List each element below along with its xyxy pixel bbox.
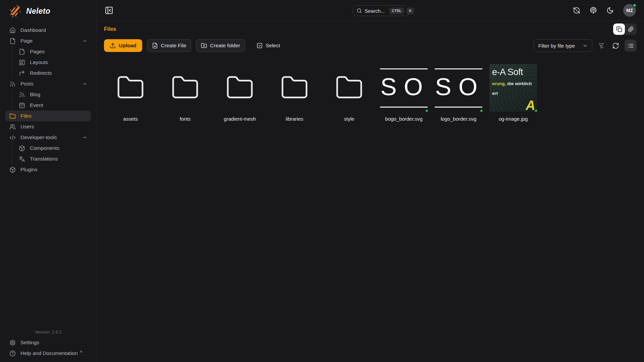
folder-tile-gradient-mesh[interactable]: gradient-mesh	[216, 64, 264, 122]
svg-preview-letters: SOI	[380, 73, 428, 101]
search-box[interactable]: CTRL K	[353, 5, 409, 16]
sidebar-item-users[interactable]: Users	[5, 121, 91, 132]
svg-preview-letters: SOI	[435, 73, 482, 101]
search-input[interactable]	[365, 8, 387, 14]
sidebar-item-layouts[interactable]: Layouts	[12, 57, 91, 68]
page-subgroup: Pages Layouts Redirects	[12, 46, 91, 78]
broadcast-icon[interactable]	[590, 7, 597, 14]
kbd-ctrl: CTRL	[389, 8, 404, 14]
users-icon	[9, 124, 16, 130]
brand[interactable]: Neleto	[0, 0, 96, 22]
folder-icon	[225, 73, 254, 102]
rss-icon	[19, 92, 25, 98]
file-tile-bogo-border-svg[interactable]: SOI bogo_border.svg	[380, 64, 428, 122]
folder-icon	[335, 73, 364, 102]
folder-preview	[107, 64, 154, 112]
chevron-up-icon	[82, 81, 88, 86]
gear-icon	[9, 340, 16, 346]
box-icon	[19, 145, 25, 152]
tile-label: og-image.jpg	[489, 116, 537, 122]
file-tile-og-image-jpg[interactable]: e-A Soft erung, die wirklich ert A og-im…	[489, 64, 537, 122]
og-image-highlight: erung,	[492, 81, 506, 86]
og-image-corner-letter: A	[526, 98, 535, 112]
folder-tile-style[interactable]: style	[325, 64, 373, 122]
folder-plus-icon	[201, 43, 207, 49]
tile-label: assets	[107, 116, 154, 122]
rss-icon	[9, 81, 16, 87]
filter-off-icon[interactable]	[598, 42, 605, 49]
tile-label: fonts	[161, 116, 209, 122]
sidebar: Neleto Dashboard Page Pages Layouts Redi…	[0, 0, 97, 362]
folder-tile-libraries[interactable]: libraries	[271, 64, 318, 122]
sidebar-item-label: Files	[20, 113, 32, 119]
attachment-view-button[interactable]	[625, 23, 637, 35]
create-file-button-label: Create File	[161, 43, 186, 49]
sidebar-item-label: Users	[20, 124, 34, 130]
sidebar-item-label: Components	[30, 145, 59, 151]
image-file-preview: e-A Soft erung, die wirklich ert A	[489, 64, 537, 112]
create-folder-button-label: Create folder	[210, 43, 240, 49]
create-folder-button[interactable]: Create folder	[196, 39, 245, 52]
calendar-icon	[19, 102, 25, 109]
brand-name: Neleto	[26, 7, 50, 16]
sidebar-item-plugins[interactable]: Plugins	[5, 164, 91, 175]
sidebar-item-developer-tools[interactable]: Developer-tools	[5, 132, 91, 143]
og-image-line2-rest: die wirklich	[506, 81, 532, 86]
sync-icon[interactable]	[573, 7, 580, 14]
topbar-actions: MZ	[573, 4, 636, 17]
file-type-filter-value: Filter by file type	[538, 43, 575, 49]
dark-mode-moon-icon[interactable]	[606, 7, 614, 14]
chevron-up-icon	[82, 38, 88, 44]
tile-label: gradient-mesh	[216, 116, 264, 122]
file-tile-logo-border-svg[interactable]: SOI logo_border.svg	[435, 64, 482, 122]
developer-tools-subgroup: Components Translations	[12, 143, 91, 164]
square-chevron-down-icon	[257, 43, 263, 49]
tile-label: logo_border.svg	[435, 116, 482, 122]
toolbar: Upload Create File Create folder Select …	[97, 37, 644, 52]
file-type-filter-select[interactable]: Filter by file type	[534, 39, 592, 52]
sidebar-item-page[interactable]: Page	[5, 36, 91, 46]
sidebar-toggle-icon[interactable]	[105, 6, 113, 15]
sidebar-item-blog[interactable]: Blog	[12, 89, 91, 100]
folder-tile-fonts[interactable]: fonts	[161, 64, 209, 122]
upload-button[interactable]: Upload	[104, 39, 142, 52]
sidebar-item-help[interactable]: Help and Documentation	[5, 348, 91, 359]
create-file-button[interactable]: Create File	[147, 39, 192, 52]
refresh-icon[interactable]	[612, 42, 619, 49]
folder-tile-assets[interactable]: assets	[107, 64, 154, 122]
sidebar-item-settings[interactable]: Settings	[5, 337, 91, 348]
file-icon	[9, 38, 16, 44]
select-button[interactable]: Select	[253, 39, 283, 52]
folder-icon	[171, 73, 200, 102]
content-header: Files	[97, 21, 644, 37]
sidebar-item-posts[interactable]: Posts	[5, 78, 91, 89]
sidebar-item-pages[interactable]: Pages	[12, 46, 91, 57]
status-dot	[426, 110, 428, 112]
file-plus-icon	[152, 43, 158, 49]
main-area: CTRL K MZ Files Upload	[97, 0, 644, 362]
tile-label: style	[325, 116, 373, 122]
folder-icon	[280, 73, 309, 102]
list-view-button[interactable]	[625, 40, 637, 52]
tile-label: bogo_border.svg	[380, 116, 428, 122]
sidebar-item-translations[interactable]: Translations	[12, 154, 91, 164]
folder-preview	[216, 64, 264, 112]
sidebar-item-components[interactable]: Components	[12, 143, 91, 154]
folder-preview	[325, 64, 373, 112]
sidebar-item-label: Help and Documentation	[20, 350, 78, 356]
box-icon	[9, 167, 16, 173]
copy-view-button[interactable]	[613, 23, 625, 35]
status-dot	[535, 110, 537, 112]
sidebar-item-files[interactable]: Files	[5, 111, 91, 121]
page-title: Files	[104, 26, 116, 32]
sidebar-item-label: Settings	[20, 340, 39, 346]
sidebar-item-event[interactable]: Event	[12, 100, 91, 111]
sidebar-item-redirects[interactable]: Redirects	[12, 68, 91, 78]
sidebar-footer: Version: 1.9.2 Settings Help and Documen…	[0, 327, 96, 362]
upload-icon	[110, 43, 116, 49]
file-grid: assets fonts gradient-mesh libraries sty	[97, 52, 644, 122]
sidebar-item-dashboard[interactable]: Dashboard	[5, 25, 91, 36]
view-mode-toggle	[613, 23, 637, 35]
avatar[interactable]: MZ	[623, 4, 636, 17]
sidebar-item-label: Pages	[30, 49, 45, 55]
